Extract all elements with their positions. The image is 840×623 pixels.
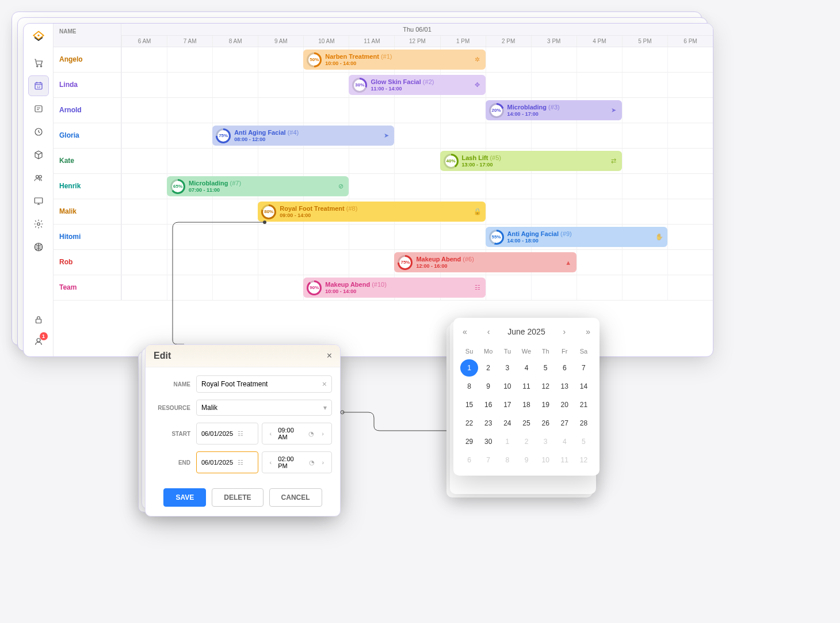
calendar-day[interactable]: 26	[537, 415, 555, 432]
calendar-day[interactable]: 29	[460, 433, 478, 450]
timeline[interactable]: 75%Anti Aging Facial (#4)08:00 - 12:00➤	[121, 123, 713, 148]
calendar-day[interactable]: 24	[498, 415, 516, 432]
start-time-input[interactable]: ‹ 09:00 AM ◔ ›	[262, 423, 332, 445]
end-time-input[interactable]: ‹ 02:00 PM ◔ ›	[262, 451, 332, 473]
input-name[interactable]: Royal Foot Treatment ×	[196, 375, 332, 393]
cal-next-month-icon[interactable]: ›	[561, 325, 568, 339]
event-swap-icon[interactable]: ⇄	[609, 157, 618, 166]
event[interactable]: 90%Makeup Abend (#10)10:00 - 14:00☷	[303, 278, 485, 298]
timeline[interactable]: 20%Microblading (#3)14:00 - 17:00➤	[121, 98, 713, 123]
event-date-icon[interactable]: ☷	[473, 283, 482, 292]
calendar-day[interactable]: 2	[517, 433, 535, 450]
calendar-day[interactable]: 12	[575, 451, 593, 469]
cal-prev-year-icon[interactable]: «	[460, 325, 469, 339]
calendar-day[interactable]: 18	[517, 396, 535, 413]
event-warn-icon[interactable]: ▲	[564, 258, 573, 267]
calendar-day[interactable]: 9	[517, 451, 535, 469]
start-date-input[interactable]: 06/01/2025 ☷	[196, 423, 258, 445]
event-cursor-icon[interactable]: ➤	[381, 131, 391, 140]
timeline[interactable]: 50%Narben Treatment (#1)10:00 - 14:00✲	[121, 47, 713, 72]
calendar-day[interactable]: 3	[537, 433, 555, 450]
calendar-day[interactable]: 3	[498, 359, 516, 377]
calendar-day[interactable]: 10	[498, 378, 516, 395]
calendar-day[interactable]: 7	[479, 451, 497, 469]
timeline[interactable]: 65%Microblading (#7)07:00 - 11:00⊘	[121, 174, 713, 199]
calendar-day[interactable]: 6	[556, 359, 574, 377]
event[interactable]: 65%Microblading (#7)07:00 - 11:00⊘	[167, 176, 349, 196]
nav-help[interactable]	[28, 237, 49, 257]
calendar-day[interactable]: 5	[537, 359, 555, 377]
timeline[interactable]: 75%Makeup Abend (#6)12:00 - 16:00▲	[121, 250, 713, 275]
end-date-input[interactable]: 06/01/2025 ☷	[196, 451, 258, 473]
calendar-day[interactable]: 7	[575, 359, 593, 377]
nav-package[interactable]	[28, 145, 49, 165]
calendar-day[interactable]: 28	[575, 415, 593, 432]
nav-clock[interactable]	[28, 121, 49, 142]
calendar-day[interactable]: 27	[556, 415, 574, 432]
calendar-day[interactable]: 8	[498, 451, 516, 469]
event[interactable]: 40%Lash Lift (#5)13:00 - 17:00⇄	[440, 151, 622, 171]
calendar-day[interactable]: 10	[537, 451, 555, 469]
edit-close-icon[interactable]: ×	[327, 351, 332, 361]
calendar-day[interactable]: 21	[575, 396, 593, 413]
timeline[interactable]: 80%Royal Foot Treatment (#8)09:00 - 14:0…	[121, 199, 713, 224]
event[interactable]: 75%Anti Aging Facial (#4)08:00 - 12:00➤	[212, 126, 394, 146]
calendar-day[interactable]: 4	[517, 359, 535, 377]
nav-list[interactable]	[28, 98, 49, 119]
calendar-day[interactable]: 2	[479, 359, 497, 377]
calendar-day[interactable]: 22	[460, 415, 478, 432]
timeline[interactable]: 40%Lash Lift (#5)13:00 - 17:00⇄	[121, 149, 713, 173]
calendar-day[interactable]: 30	[479, 433, 497, 450]
calendar-day[interactable]: 4	[556, 433, 574, 450]
save-button[interactable]: SAVE	[163, 488, 206, 507]
calendar-day[interactable]: 23	[479, 415, 497, 432]
chevron-right-icon[interactable]: ›	[319, 458, 327, 466]
timeline[interactable]: 90%Makeup Abend (#10)10:00 - 14:00☷	[121, 275, 713, 300]
calendar-day[interactable]: 12	[537, 378, 555, 395]
calendar-day[interactable]: 17	[498, 396, 516, 413]
event-cursor-icon[interactable]: ➤	[609, 106, 618, 115]
calendar-day[interactable]: 15	[460, 396, 478, 413]
event[interactable]: 50%Narben Treatment (#1)10:00 - 14:00✲	[303, 50, 485, 70]
event[interactable]: 75%Makeup Abend (#6)12:00 - 16:00▲	[394, 252, 576, 272]
event-block-icon[interactable]: ⊘	[336, 182, 345, 191]
calendar-day[interactable]: 20	[556, 396, 574, 413]
timeline[interactable]: 55%Anti Aging Facial (#9)14:00 - 18:00✋	[121, 225, 713, 249]
event[interactable]: 80%Royal Foot Treatment (#8)09:00 - 14:0…	[258, 202, 485, 222]
calendar-day[interactable]: 5	[575, 433, 593, 450]
nav-settings[interactable]	[28, 214, 49, 234]
cal-next-year-icon[interactable]: »	[583, 325, 593, 339]
calendar-day[interactable]: 1	[498, 433, 516, 450]
chevron-left-icon[interactable]: ‹	[267, 430, 275, 438]
calendar-day[interactable]: 1	[460, 359, 478, 377]
event[interactable]: 55%Anti Aging Facial (#9)14:00 - 18:00✋	[486, 227, 667, 247]
event-lock-icon[interactable]: 🔒	[473, 207, 482, 216]
event-gear-icon[interactable]: ✲	[473, 55, 482, 64]
cal-prev-month-icon[interactable]: ‹	[485, 325, 492, 339]
nav-display[interactable]	[28, 191, 49, 211]
calendar-day[interactable]: 16	[479, 396, 497, 413]
delete-button[interactable]: DELETE	[212, 488, 263, 507]
event[interactable]: 20%Microblading (#3)14:00 - 17:00➤	[486, 100, 622, 120]
select-resource[interactable]: Malik ▾	[196, 400, 332, 416]
nav-cart[interactable]	[28, 52, 49, 73]
calendar-day[interactable]: 6	[460, 451, 478, 469]
event[interactable]: 30%Glow Skin Facial (#2)11:00 - 14:00✥	[349, 75, 485, 95]
calendar-day[interactable]: 8	[460, 378, 478, 395]
calendar-day[interactable]: 11	[517, 378, 535, 395]
nav-profile[interactable]: 1	[28, 331, 49, 352]
cancel-button[interactable]: CANCEL	[269, 488, 322, 507]
calendar-day[interactable]: 19	[537, 396, 555, 413]
calendar-day[interactable]: 14	[575, 378, 593, 395]
clear-icon[interactable]: ×	[322, 379, 327, 389]
chevron-left-icon[interactable]: ‹	[267, 458, 275, 466]
event-hand-icon[interactable]: ✋	[655, 233, 664, 242]
nav-lock[interactable]	[28, 309, 49, 330]
calendar-day[interactable]: 25	[517, 415, 535, 432]
calendar-day[interactable]: 13	[556, 378, 574, 395]
event-move-icon[interactable]: ✥	[473, 81, 482, 90]
calendar-day[interactable]: 11	[556, 451, 574, 469]
timeline[interactable]: 30%Glow Skin Facial (#2)11:00 - 14:00✥	[121, 73, 713, 97]
chevron-right-icon[interactable]: ›	[319, 430, 327, 438]
calendar-day[interactable]: 9	[479, 378, 497, 395]
